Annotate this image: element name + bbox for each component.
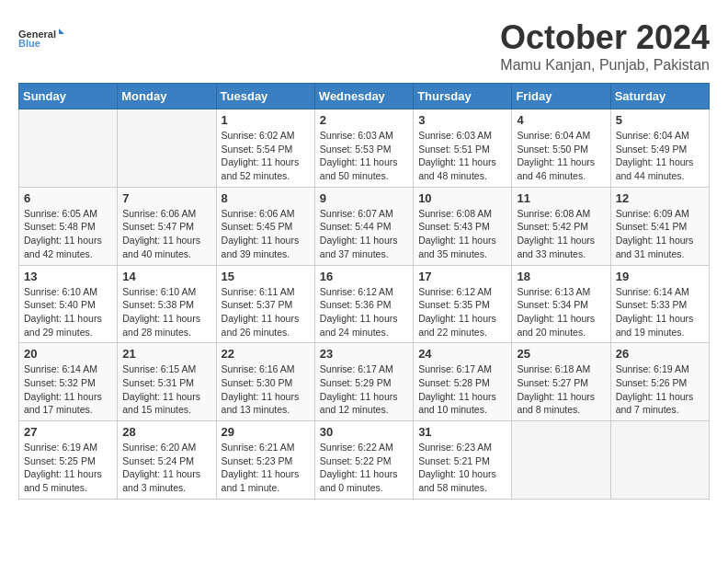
day-info: Sunrise: 6:23 AM Sunset: 5:21 PM Dayligh…	[418, 441, 506, 495]
location-title: Mamu Kanjan, Punjab, Pakistan	[500, 57, 710, 74]
day-number: 8	[222, 191, 310, 205]
day-number: 29	[222, 425, 310, 439]
day-info: Sunrise: 6:22 AM Sunset: 5:22 PM Dayligh…	[320, 441, 408, 495]
calendar-table: SundayMondayTuesdayWednesdayThursdayFrid…	[18, 83, 710, 500]
calendar-cell: 10 Sunrise: 6:08 AM Sunset: 5:43 PM Dayl…	[414, 187, 512, 265]
day-info: Sunrise: 6:02 AM Sunset: 5:54 PM Dayligh…	[222, 129, 310, 183]
day-number: 6	[24, 191, 112, 205]
day-number: 27	[24, 425, 112, 439]
day-info: Sunrise: 6:06 AM Sunset: 5:47 PM Dayligh…	[122, 207, 210, 261]
day-number: 11	[517, 191, 605, 205]
day-info: Sunrise: 6:18 AM Sunset: 5:27 PM Dayligh…	[517, 362, 605, 417]
calendar-cell: 14 Sunrise: 6:10 AM Sunset: 5:38 PM Dayl…	[118, 265, 216, 343]
col-header-sunday: Sunday	[19, 84, 118, 109]
week-row-3: 13 Sunrise: 6:10 AM Sunset: 5:40 PM Dayl…	[19, 265, 710, 343]
week-row-2: 6 Sunrise: 6:05 AM Sunset: 5:48 PM Dayli…	[19, 187, 710, 265]
day-number: 5	[616, 113, 704, 127]
day-number: 17	[418, 270, 506, 283]
calendar-cell	[118, 109, 216, 188]
calendar-cell: 9 Sunrise: 6:07 AM Sunset: 5:44 PM Dayli…	[314, 187, 413, 265]
day-info: Sunrise: 6:17 AM Sunset: 5:29 PM Dayligh…	[320, 362, 408, 417]
calendar-cell: 22 Sunrise: 6:16 AM Sunset: 5:30 PM Dayl…	[216, 343, 314, 421]
day-number: 3	[418, 113, 506, 127]
calendar-cell: 21 Sunrise: 6:15 AM Sunset: 5:31 PM Dayl…	[118, 343, 216, 421]
day-info: Sunrise: 6:19 AM Sunset: 5:26 PM Dayligh…	[616, 362, 704, 417]
calendar-cell: 11 Sunrise: 6:08 AM Sunset: 5:42 PM Dayl…	[512, 187, 610, 265]
calendar-cell: 23 Sunrise: 6:17 AM Sunset: 5:29 PM Dayl…	[314, 343, 413, 421]
day-number: 21	[122, 347, 210, 361]
calendar-header-row: SundayMondayTuesdayWednesdayThursdayFrid…	[19, 84, 710, 109]
calendar-cell: 15 Sunrise: 6:11 AM Sunset: 5:37 PM Dayl…	[216, 265, 314, 343]
calendar-cell: 3 Sunrise: 6:03 AM Sunset: 5:51 PM Dayli…	[414, 109, 512, 188]
calendar-cell: 17 Sunrise: 6:12 AM Sunset: 5:35 PM Dayl…	[414, 265, 512, 343]
day-number: 4	[517, 113, 605, 127]
day-info: Sunrise: 6:17 AM Sunset: 5:28 PM Dayligh…	[418, 362, 506, 417]
day-number: 28	[122, 425, 210, 439]
calendar-cell: 12 Sunrise: 6:09 AM Sunset: 5:41 PM Dayl…	[610, 187, 709, 265]
day-info: Sunrise: 6:03 AM Sunset: 5:53 PM Dayligh…	[320, 129, 408, 183]
calendar-cell: 1 Sunrise: 6:02 AM Sunset: 5:54 PM Dayli…	[216, 109, 314, 188]
col-header-thursday: Thursday	[414, 84, 512, 109]
calendar-cell: 26 Sunrise: 6:19 AM Sunset: 5:26 PM Dayl…	[610, 343, 709, 421]
day-number: 12	[616, 191, 704, 205]
day-info: Sunrise: 6:12 AM Sunset: 5:35 PM Dayligh…	[418, 285, 506, 339]
col-header-tuesday: Tuesday	[216, 84, 314, 109]
day-info: Sunrise: 6:07 AM Sunset: 5:44 PM Dayligh…	[320, 207, 408, 261]
calendar-cell: 8 Sunrise: 6:06 AM Sunset: 5:45 PM Dayli…	[216, 187, 314, 265]
day-number: 20	[24, 347, 112, 361]
calendar-cell: 30 Sunrise: 6:22 AM Sunset: 5:22 PM Dayl…	[314, 421, 413, 500]
day-number: 26	[616, 347, 704, 361]
day-info: Sunrise: 6:15 AM Sunset: 5:31 PM Dayligh…	[122, 362, 210, 417]
day-number: 7	[122, 191, 210, 205]
day-info: Sunrise: 6:20 AM Sunset: 5:24 PM Dayligh…	[122, 441, 210, 495]
day-number: 19	[616, 270, 704, 283]
calendar-cell: 28 Sunrise: 6:20 AM Sunset: 5:24 PM Dayl…	[118, 421, 216, 500]
title-block: October 2024 Mamu Kanjan, Punjab, Pakist…	[500, 18, 710, 74]
day-number: 14	[122, 270, 210, 283]
day-info: Sunrise: 6:03 AM Sunset: 5:51 PM Dayligh…	[418, 129, 506, 183]
calendar-cell: 16 Sunrise: 6:12 AM Sunset: 5:36 PM Dayl…	[314, 265, 413, 343]
col-header-monday: Monday	[118, 84, 216, 109]
week-row-1: 1 Sunrise: 6:02 AM Sunset: 5:54 PM Dayli…	[19, 109, 710, 188]
logo-svg: General Blue	[18, 18, 64, 60]
calendar-cell: 20 Sunrise: 6:14 AM Sunset: 5:32 PM Dayl…	[19, 343, 118, 421]
day-number: 30	[320, 425, 408, 439]
day-info: Sunrise: 6:14 AM Sunset: 5:32 PM Dayligh…	[24, 362, 112, 417]
day-info: Sunrise: 6:10 AM Sunset: 5:40 PM Dayligh…	[24, 285, 112, 339]
day-number: 9	[320, 191, 408, 205]
day-info: Sunrise: 6:21 AM Sunset: 5:23 PM Dayligh…	[222, 441, 310, 495]
day-number: 16	[320, 270, 408, 283]
col-header-friday: Friday	[512, 84, 610, 109]
day-number: 24	[418, 347, 506, 361]
day-number: 1	[222, 113, 310, 127]
day-number: 18	[517, 270, 605, 283]
calendar-cell	[19, 109, 118, 188]
calendar-cell: 29 Sunrise: 6:21 AM Sunset: 5:23 PM Dayl…	[216, 421, 314, 500]
calendar-cell: 4 Sunrise: 6:04 AM Sunset: 5:50 PM Dayli…	[512, 109, 610, 188]
calendar-cell: 19 Sunrise: 6:14 AM Sunset: 5:33 PM Dayl…	[610, 265, 709, 343]
logo: General Blue	[18, 18, 64, 60]
day-number: 13	[24, 270, 112, 283]
day-number: 23	[320, 347, 408, 361]
calendar-cell: 7 Sunrise: 6:06 AM Sunset: 5:47 PM Dayli…	[118, 187, 216, 265]
day-info: Sunrise: 6:08 AM Sunset: 5:43 PM Dayligh…	[418, 207, 506, 261]
week-row-4: 20 Sunrise: 6:14 AM Sunset: 5:32 PM Dayl…	[19, 343, 710, 421]
calendar-cell: 6 Sunrise: 6:05 AM Sunset: 5:48 PM Dayli…	[19, 187, 118, 265]
page-header: General Blue October 2024 Mamu Kanjan, P…	[18, 18, 710, 74]
day-info: Sunrise: 6:08 AM Sunset: 5:42 PM Dayligh…	[517, 207, 605, 261]
day-info: Sunrise: 6:04 AM Sunset: 5:49 PM Dayligh…	[616, 129, 704, 183]
calendar-cell: 24 Sunrise: 6:17 AM Sunset: 5:28 PM Dayl…	[414, 343, 512, 421]
calendar-cell: 13 Sunrise: 6:10 AM Sunset: 5:40 PM Dayl…	[19, 265, 118, 343]
month-title: October 2024	[500, 18, 710, 57]
calendar-cell: 18 Sunrise: 6:13 AM Sunset: 5:34 PM Dayl…	[512, 265, 610, 343]
day-number: 25	[517, 347, 605, 361]
col-header-wednesday: Wednesday	[314, 84, 413, 109]
day-info: Sunrise: 6:12 AM Sunset: 5:36 PM Dayligh…	[320, 285, 408, 339]
day-number: 22	[222, 347, 310, 361]
day-number: 15	[222, 270, 310, 283]
day-info: Sunrise: 6:19 AM Sunset: 5:25 PM Dayligh…	[24, 441, 112, 495]
svg-marker-2	[59, 29, 64, 34]
day-number: 31	[418, 425, 506, 439]
calendar-cell: 5 Sunrise: 6:04 AM Sunset: 5:49 PM Dayli…	[610, 109, 709, 188]
calendar-cell: 2 Sunrise: 6:03 AM Sunset: 5:53 PM Dayli…	[314, 109, 413, 188]
